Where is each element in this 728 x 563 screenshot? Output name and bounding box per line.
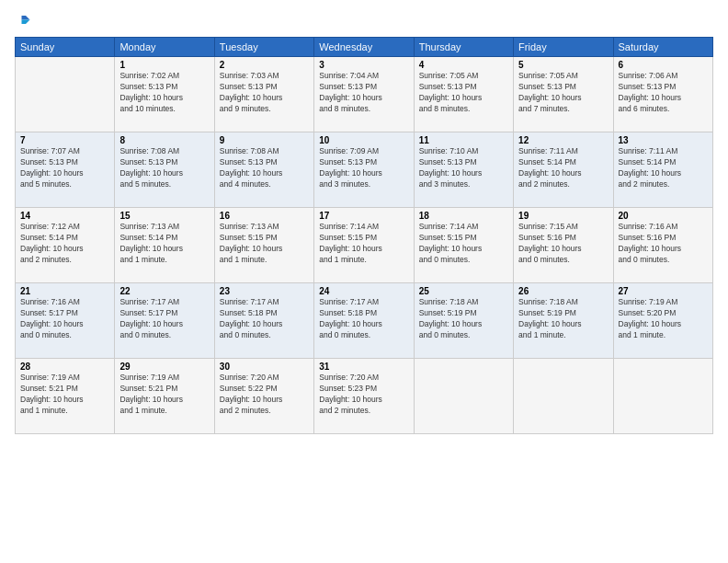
calendar-table: SundayMondayTuesdayWednesdayThursdayFrid… xyxy=(15,37,713,434)
calendar-cell: 26Sunrise: 7:18 AMSunset: 5:19 PMDayligh… xyxy=(514,283,613,359)
day-info: Sunrise: 7:06 AMSunset: 5:13 PMDaylight:… xyxy=(619,71,708,115)
calendar-cell: 7Sunrise: 7:07 AMSunset: 5:13 PMDaylight… xyxy=(16,132,115,208)
day-info: Sunrise: 7:17 AMSunset: 5:18 PMDaylight:… xyxy=(319,297,408,341)
day-info: Sunrise: 7:02 AMSunset: 5:13 PMDaylight:… xyxy=(119,71,209,115)
calendar-cell xyxy=(16,57,115,132)
day-number: 27 xyxy=(619,286,708,296)
day-info: Sunrise: 7:13 AMSunset: 5:15 PMDaylight:… xyxy=(220,222,309,266)
day-info: Sunrise: 7:05 AMSunset: 5:13 PMDaylight:… xyxy=(518,71,608,115)
calendar-cell: 9Sunrise: 7:08 AMSunset: 5:13 PMDaylight… xyxy=(214,132,313,208)
calendar-cell: 17Sunrise: 7:14 AMSunset: 5:15 PMDayligh… xyxy=(314,208,414,283)
day-info: Sunrise: 7:07 AMSunset: 5:13 PMDaylight:… xyxy=(20,146,109,190)
week-row-5: 28Sunrise: 7:19 AMSunset: 5:21 PMDayligh… xyxy=(16,359,713,434)
day-info: Sunrise: 7:16 AMSunset: 5:16 PMDaylight:… xyxy=(619,222,708,266)
day-info: Sunrise: 7:16 AMSunset: 5:17 PMDaylight:… xyxy=(20,297,109,341)
day-number: 6 xyxy=(619,60,708,70)
calendar-cell: 20Sunrise: 7:16 AMSunset: 5:16 PMDayligh… xyxy=(613,208,712,283)
calendar-cell: 18Sunrise: 7:14 AMSunset: 5:15 PMDayligh… xyxy=(414,208,513,283)
header xyxy=(15,13,713,29)
day-number: 19 xyxy=(518,211,608,221)
day-number: 20 xyxy=(619,211,708,221)
day-number: 22 xyxy=(119,286,209,296)
day-header-monday: Monday xyxy=(115,38,214,57)
day-header-thursday: Thursday xyxy=(414,38,513,57)
day-info: Sunrise: 7:20 AMSunset: 5:22 PMDaylight:… xyxy=(220,373,309,417)
day-header-sunday: Sunday xyxy=(16,38,115,57)
day-info: Sunrise: 7:08 AMSunset: 5:13 PMDaylight:… xyxy=(220,146,309,190)
day-number: 28 xyxy=(20,362,109,372)
calendar-cell: 28Sunrise: 7:19 AMSunset: 5:21 PMDayligh… xyxy=(16,359,115,434)
calendar-cell: 25Sunrise: 7:18 AMSunset: 5:19 PMDayligh… xyxy=(414,283,513,359)
calendar-cell: 2Sunrise: 7:03 AMSunset: 5:13 PMDaylight… xyxy=(214,57,313,132)
calendar-cell: 29Sunrise: 7:19 AMSunset: 5:21 PMDayligh… xyxy=(115,359,214,434)
day-info: Sunrise: 7:11 AMSunset: 5:14 PMDaylight:… xyxy=(518,146,608,190)
calendar-cell: 24Sunrise: 7:17 AMSunset: 5:18 PMDayligh… xyxy=(314,283,414,359)
calendar-cell: 3Sunrise: 7:04 AMSunset: 5:13 PMDaylight… xyxy=(314,57,414,132)
day-number: 25 xyxy=(419,286,508,296)
day-info: Sunrise: 7:18 AMSunset: 5:19 PMDaylight:… xyxy=(419,297,508,341)
day-number: 24 xyxy=(319,286,408,296)
calendar-cell: 6Sunrise: 7:06 AMSunset: 5:13 PMDaylight… xyxy=(613,57,712,132)
calendar-cell: 15Sunrise: 7:13 AMSunset: 5:14 PMDayligh… xyxy=(115,208,214,283)
day-number: 11 xyxy=(419,135,508,145)
day-number: 18 xyxy=(419,211,508,221)
week-row-1: 1Sunrise: 7:02 AMSunset: 5:13 PMDaylight… xyxy=(16,57,713,132)
day-number: 12 xyxy=(518,135,608,145)
header-row: SundayMondayTuesdayWednesdayThursdayFrid… xyxy=(16,38,713,57)
svg-marker-0 xyxy=(26,16,30,20)
calendar-cell: 23Sunrise: 7:17 AMSunset: 5:18 PMDayligh… xyxy=(214,283,313,359)
day-number: 21 xyxy=(20,286,109,296)
day-number: 4 xyxy=(419,60,508,70)
day-info: Sunrise: 7:03 AMSunset: 5:13 PMDaylight:… xyxy=(220,71,309,115)
day-number: 29 xyxy=(119,362,209,372)
day-number: 2 xyxy=(220,60,309,70)
day-info: Sunrise: 7:18 AMSunset: 5:19 PMDaylight:… xyxy=(518,297,608,341)
day-info: Sunrise: 7:17 AMSunset: 5:18 PMDaylight:… xyxy=(220,297,309,341)
calendar-cell: 19Sunrise: 7:15 AMSunset: 5:16 PMDayligh… xyxy=(514,208,613,283)
calendar-cell xyxy=(613,359,712,434)
calendar-cell: 13Sunrise: 7:11 AMSunset: 5:14 PMDayligh… xyxy=(613,132,712,208)
svg-marker-3 xyxy=(26,20,30,25)
day-info: Sunrise: 7:19 AMSunset: 5:21 PMDaylight:… xyxy=(119,373,209,417)
day-number: 5 xyxy=(518,60,608,70)
day-info: Sunrise: 7:20 AMSunset: 5:23 PMDaylight:… xyxy=(319,373,408,417)
day-info: Sunrise: 7:10 AMSunset: 5:13 PMDaylight:… xyxy=(419,146,508,190)
week-row-4: 21Sunrise: 7:16 AMSunset: 5:17 PMDayligh… xyxy=(16,283,713,359)
day-info: Sunrise: 7:12 AMSunset: 5:14 PMDaylight:… xyxy=(20,222,109,266)
calendar-cell: 22Sunrise: 7:17 AMSunset: 5:17 PMDayligh… xyxy=(115,283,214,359)
week-row-2: 7Sunrise: 7:07 AMSunset: 5:13 PMDaylight… xyxy=(16,132,713,208)
day-number: 31 xyxy=(319,362,408,372)
day-info: Sunrise: 7:13 AMSunset: 5:14 PMDaylight:… xyxy=(119,222,209,266)
calendar-cell: 1Sunrise: 7:02 AMSunset: 5:13 PMDaylight… xyxy=(115,57,214,132)
calendar-cell: 30Sunrise: 7:20 AMSunset: 5:22 PMDayligh… xyxy=(214,359,313,434)
day-number: 15 xyxy=(119,211,209,221)
day-info: Sunrise: 7:08 AMSunset: 5:13 PMDaylight:… xyxy=(119,146,209,190)
calendar-cell: 4Sunrise: 7:05 AMSunset: 5:13 PMDaylight… xyxy=(414,57,513,132)
calendar-cell: 31Sunrise: 7:20 AMSunset: 5:23 PMDayligh… xyxy=(314,359,414,434)
day-number: 1 xyxy=(119,60,209,70)
calendar-cell: 10Sunrise: 7:09 AMSunset: 5:13 PMDayligh… xyxy=(314,132,414,208)
day-header-tuesday: Tuesday xyxy=(214,38,313,57)
day-header-saturday: Saturday xyxy=(613,38,712,57)
day-number: 3 xyxy=(319,60,408,70)
logo-icon xyxy=(15,13,31,29)
day-header-wednesday: Wednesday xyxy=(314,38,414,57)
day-header-friday: Friday xyxy=(514,38,613,57)
day-info: Sunrise: 7:15 AMSunset: 5:16 PMDaylight:… xyxy=(518,222,608,266)
calendar-cell: 11Sunrise: 7:10 AMSunset: 5:13 PMDayligh… xyxy=(414,132,513,208)
day-number: 17 xyxy=(319,211,408,221)
calendar-cell: 16Sunrise: 7:13 AMSunset: 5:15 PMDayligh… xyxy=(214,208,313,283)
day-number: 7 xyxy=(20,135,109,145)
calendar-cell: 21Sunrise: 7:16 AMSunset: 5:17 PMDayligh… xyxy=(16,283,115,359)
day-info: Sunrise: 7:19 AMSunset: 5:21 PMDaylight:… xyxy=(20,373,109,417)
calendar-cell xyxy=(414,359,513,434)
page: SundayMondayTuesdayWednesdayThursdayFrid… xyxy=(0,0,728,563)
day-number: 16 xyxy=(220,211,309,221)
day-number: 10 xyxy=(319,135,408,145)
calendar-cell: 27Sunrise: 7:19 AMSunset: 5:20 PMDayligh… xyxy=(613,283,712,359)
day-info: Sunrise: 7:05 AMSunset: 5:13 PMDaylight:… xyxy=(419,71,508,115)
day-info: Sunrise: 7:09 AMSunset: 5:13 PMDaylight:… xyxy=(319,146,408,190)
day-number: 9 xyxy=(220,135,309,145)
day-info: Sunrise: 7:14 AMSunset: 5:15 PMDaylight:… xyxy=(419,222,508,266)
calendar-cell: 12Sunrise: 7:11 AMSunset: 5:14 PMDayligh… xyxy=(514,132,613,208)
